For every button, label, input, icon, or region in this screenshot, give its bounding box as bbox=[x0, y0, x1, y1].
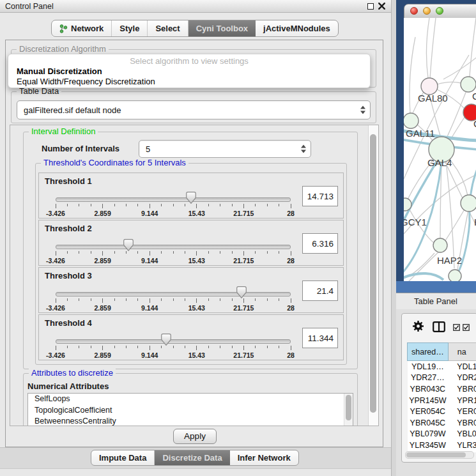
option-equal-width-frequency[interactable]: Equal Width/Frequency Discretization bbox=[17, 77, 155, 86]
threshold-slider[interactable]: -3.4262.8599.14415.4321.71528 bbox=[56, 284, 291, 311]
tab-cyni-toolbox[interactable]: Cyni Toolbox bbox=[188, 20, 256, 36]
tab-network[interactable]: Network bbox=[52, 20, 112, 36]
table-cell[interactable]: YBR0 bbox=[448, 383, 476, 395]
threshold-value-field[interactable]: 14.713 bbox=[302, 186, 338, 206]
table-cell[interactable]: YLR3 bbox=[448, 440, 476, 451]
attributes-scrollbar[interactable] bbox=[344, 394, 353, 426]
network-node[interactable] bbox=[404, 113, 418, 128]
slider-thumb[interactable] bbox=[123, 239, 134, 251]
tick-mark bbox=[255, 346, 256, 348]
tick-mark bbox=[267, 251, 268, 254]
network-icon bbox=[59, 24, 68, 33]
tick-label: 28 bbox=[287, 257, 295, 265]
checked-box-icon[interactable] bbox=[463, 324, 470, 331]
table-row[interactable]: YLR345WYLR3 bbox=[408, 440, 476, 451]
tick-mark bbox=[232, 298, 233, 301]
tick-mark bbox=[137, 204, 138, 206]
table-row[interactable]: YBR045CYBR0 bbox=[408, 417, 476, 429]
column-header-name[interactable]: na bbox=[448, 343, 476, 361]
table-data-combobox[interactable]: galFiltered.sif default node bbox=[17, 100, 371, 119]
tick-mark bbox=[67, 204, 68, 206]
table-cell[interactable]: YBR043C bbox=[408, 383, 449, 395]
panel-title: Control Panel bbox=[5, 2, 54, 11]
tab-style[interactable]: Style bbox=[112, 20, 148, 36]
table-cell[interactable]: YBR045C bbox=[408, 417, 449, 429]
tab-impute-data[interactable]: Impute Data bbox=[91, 450, 155, 465]
slider-thumb[interactable] bbox=[236, 286, 247, 298]
table-cell[interactable]: YPR145W bbox=[408, 395, 449, 406]
slider-track[interactable] bbox=[56, 245, 291, 249]
attribute-list-item[interactable]: TopologicalCoefficient bbox=[28, 405, 353, 417]
slider-ticks bbox=[56, 346, 291, 351]
tick-mark bbox=[185, 204, 185, 206]
close-icon[interactable] bbox=[378, 2, 386, 10]
network-edge bbox=[445, 208, 465, 242]
table-row[interactable]: YDL19…YDL1 bbox=[408, 361, 476, 372]
close-traffic-light-icon[interactable] bbox=[410, 7, 418, 15]
threshold-value-field[interactable]: 6.316 bbox=[302, 233, 338, 254]
tab-infer-network[interactable]: Infer Network bbox=[230, 450, 298, 465]
slider-thumb[interactable] bbox=[186, 192, 196, 204]
threshold-slider[interactable]: -3.4262.8599.14415.4321.71528 bbox=[56, 237, 291, 264]
network-node-label: HAP2 bbox=[437, 255, 462, 266]
tick-mark bbox=[185, 298, 185, 301]
slider-track[interactable] bbox=[56, 339, 291, 344]
vertical-scrollbar-thumb[interactable] bbox=[370, 134, 376, 413]
table-horizontal-scrollbar[interactable] bbox=[405, 451, 474, 459]
table-cell[interactable]: YDR2 bbox=[448, 372, 476, 384]
slider-track[interactable] bbox=[56, 197, 291, 202]
tab-select[interactable]: Select bbox=[148, 20, 188, 36]
table-cell[interactable]: YBL0 bbox=[448, 429, 476, 440]
checked-box-icon[interactable] bbox=[453, 324, 460, 331]
table-cell[interactable]: YBR0 bbox=[448, 417, 476, 429]
table-cell[interactable]: YER0 bbox=[448, 406, 476, 417]
slider-track[interactable] bbox=[56, 292, 291, 296]
table-row[interactable]: YER054CYER0 bbox=[408, 406, 476, 417]
tick-mark bbox=[79, 204, 79, 206]
tab-discretize-data[interactable]: Discretize Data bbox=[155, 450, 229, 465]
tick-mark bbox=[161, 251, 162, 254]
threshold-slider[interactable]: -3.4262.8599.14415.4321.71528 bbox=[56, 190, 291, 217]
network-canvas[interactable]: GAL80GCGAL11GAL4GCY1HHAP2 bbox=[404, 18, 476, 281]
threshold-value-field[interactable]: 11.344 bbox=[302, 328, 338, 348]
tick-mark bbox=[291, 204, 291, 208]
gear-icon[interactable] bbox=[412, 320, 424, 332]
network-edge-thick bbox=[457, 222, 470, 273]
tab-jactivemnodules[interactable]: jActiveMNodules bbox=[256, 20, 338, 36]
tick-label: 15.43 bbox=[188, 351, 205, 359]
network-node[interactable] bbox=[461, 77, 476, 92]
table-cell[interactable]: YLR345W bbox=[408, 440, 449, 451]
attribute-list-item[interactable]: BetweennessCentrality bbox=[28, 416, 353, 426]
table-cell[interactable]: YDL1 bbox=[448, 361, 476, 372]
network-node[interactable] bbox=[449, 270, 461, 281]
table-row[interactable]: YBL079WYBL0 bbox=[408, 429, 476, 440]
zoom-traffic-light-icon[interactable] bbox=[436, 7, 443, 15]
table-cell[interactable]: YPR1 bbox=[448, 395, 476, 406]
slider-thumb[interactable] bbox=[161, 334, 171, 346]
minimize-traffic-light-icon[interactable] bbox=[423, 7, 431, 15]
float-window-icon[interactable] bbox=[367, 3, 374, 10]
threshold-slider[interactable]: -3.4262.8599.14415.4321.71528 bbox=[56, 332, 291, 358]
table-cell[interactable]: YDL19… bbox=[408, 361, 449, 372]
tick-mark bbox=[150, 251, 150, 256]
column-header-shared-name[interactable]: shared… bbox=[408, 343, 449, 361]
threshold-value-field[interactable]: 21.4 bbox=[302, 280, 338, 301]
split-pane-icon[interactable] bbox=[433, 321, 445, 332]
network-node[interactable] bbox=[461, 195, 476, 211]
network-node[interactable] bbox=[433, 238, 447, 252]
table-row[interactable]: YBR043CYBR0 bbox=[408, 383, 476, 395]
vertical-scrollbar[interactable] bbox=[368, 125, 378, 426]
apply-button[interactable]: Apply bbox=[173, 429, 217, 444]
attribute-list-item[interactable]: SelfLoops bbox=[28, 394, 353, 405]
table-cell[interactable]: YDR27… bbox=[408, 372, 449, 384]
table-row[interactable]: YPR145WYPR1 bbox=[408, 395, 476, 406]
table-cell[interactable]: YER054C bbox=[408, 406, 449, 417]
network-window-titlebar[interactable] bbox=[404, 4, 476, 19]
attributes-scrollbar-thumb[interactable] bbox=[346, 395, 351, 420]
tick-mark bbox=[102, 204, 103, 208]
table-row[interactable]: YDR27…YDR2 bbox=[408, 372, 476, 384]
option-manual-discretization[interactable]: Manual Discretization bbox=[17, 66, 102, 76]
table-horizontal-scrollbar-thumb[interactable] bbox=[406, 452, 466, 457]
number-of-intervals-combobox[interactable]: 5 bbox=[139, 140, 311, 158]
table-cell[interactable]: YBL079W bbox=[408, 429, 449, 440]
